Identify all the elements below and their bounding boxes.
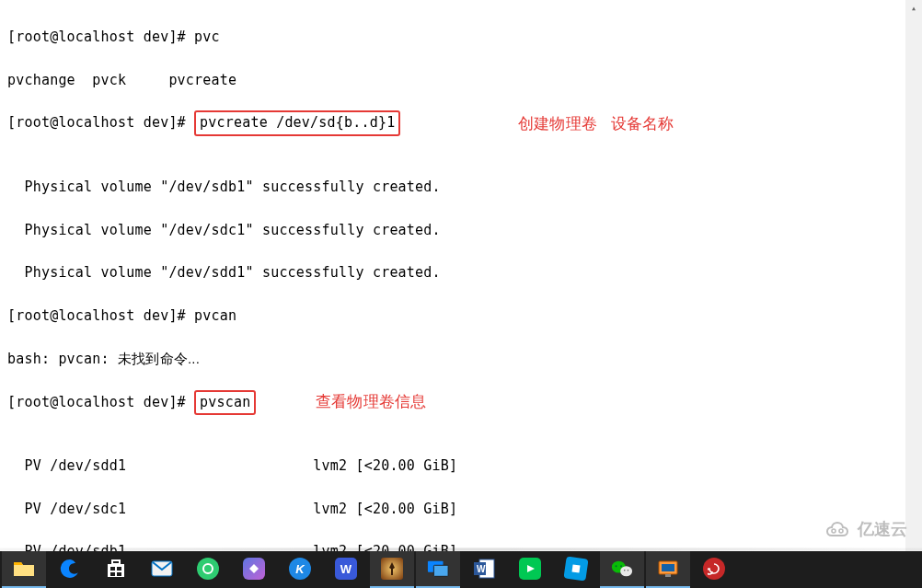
terminal-output: [root@localhost dev]# pvc pvchange pvck …: [0, 0, 922, 588]
svg-point-24: [628, 570, 628, 571]
file-explorer-icon[interactable]: [2, 551, 46, 588]
completion-list: pvchange pvck pvcreate: [7, 72, 236, 88]
wechat-icon[interactable]: [600, 551, 644, 588]
360-browser-icon[interactable]: [186, 551, 230, 588]
svg-rect-2: [108, 564, 124, 577]
output-line: Physical volume "/dev/sdd1" successfully…: [7, 264, 441, 281]
svg-point-20: [620, 566, 632, 576]
kugou-icon[interactable]: K: [278, 551, 322, 588]
svg-rect-7: [117, 572, 121, 576]
output-line: Physical volume "/dev/sdb1" successfully…: [7, 179, 441, 195]
svg-rect-4: [110, 567, 115, 571]
microsoft-store-icon[interactable]: [94, 551, 138, 588]
svg-point-0: [832, 529, 836, 533]
pv-line: PV /dev/sdc1 lvm2 [<20.00 GiB]: [7, 501, 457, 517]
word-icon[interactable]: W: [462, 551, 506, 588]
svg-rect-13: [433, 565, 448, 576]
svg-point-22: [620, 565, 622, 567]
svg-rect-27: [665, 574, 671, 577]
svg-rect-3: [112, 560, 120, 564]
svg-point-21: [616, 565, 617, 567]
svg-rect-6: [110, 572, 115, 576]
annotation-view-pv: 查看物理卷信息: [316, 390, 426, 414]
boxed-command-pvcreate: pvcreate /dev/sd{b..d}1: [194, 110, 400, 135]
svg-rect-26: [662, 564, 674, 571]
svg-point-1: [839, 529, 843, 533]
spiral-icon[interactable]: [692, 551, 736, 588]
shell-prompt: [root@localhost dev]#: [7, 114, 194, 131]
svg-marker-17: [527, 565, 535, 572]
error-cn: 未找到命令...: [118, 351, 200, 366]
watermark-text: 亿速云: [858, 518, 907, 540]
svg-text:W: W: [477, 564, 486, 574]
command-text: pvcan: [194, 307, 236, 324]
shell-prompt: [root@localhost dev]#: [7, 307, 194, 324]
wps-icon[interactable]: W: [324, 551, 368, 588]
svg-rect-11: [391, 569, 393, 575]
svg-rect-5: [117, 567, 121, 571]
app-blue-icon[interactable]: [554, 551, 598, 588]
scroll-up-arrow-icon[interactable]: ▴: [905, 0, 922, 17]
annotation-create-pv: 创建物理卷: [518, 115, 597, 133]
annotation-device-name: 设备名称: [611, 115, 674, 133]
svg-marker-10: [249, 564, 259, 573]
mail-icon[interactable]: [140, 551, 184, 588]
game-icon[interactable]: [370, 551, 414, 588]
virtualbox-icon[interactable]: [646, 551, 690, 588]
iqiyi-icon[interactable]: [508, 551, 552, 588]
error-prefix: bash: pvcan:: [7, 351, 118, 367]
command-text: pvc: [194, 29, 220, 45]
pv-line: PV /dev/sdd1 lvm2 [<20.00 GiB]: [7, 457, 457, 474]
cloud-icon: [824, 519, 852, 539]
app-pink-icon[interactable]: [232, 551, 276, 588]
svg-rect-18: [571, 564, 580, 572]
watermark: 亿速云: [824, 518, 907, 540]
boxed-command-pvscan: pvscan: [194, 390, 256, 415]
svg-point-23: [624, 570, 625, 571]
shell-prompt: [root@localhost dev]#: [7, 29, 194, 45]
remote-desktop-icon[interactable]: [416, 551, 460, 588]
scrollbar-track[interactable]: ▴: [905, 0, 922, 552]
output-line: Physical volume "/dev/sdc1" successfully…: [7, 222, 441, 238]
shell-prompt: [root@localhost dev]#: [7, 394, 194, 410]
svg-point-9: [203, 564, 213, 573]
edge-browser-icon[interactable]: [48, 551, 92, 588]
windows-taskbar[interactable]: K W W: [0, 551, 922, 588]
